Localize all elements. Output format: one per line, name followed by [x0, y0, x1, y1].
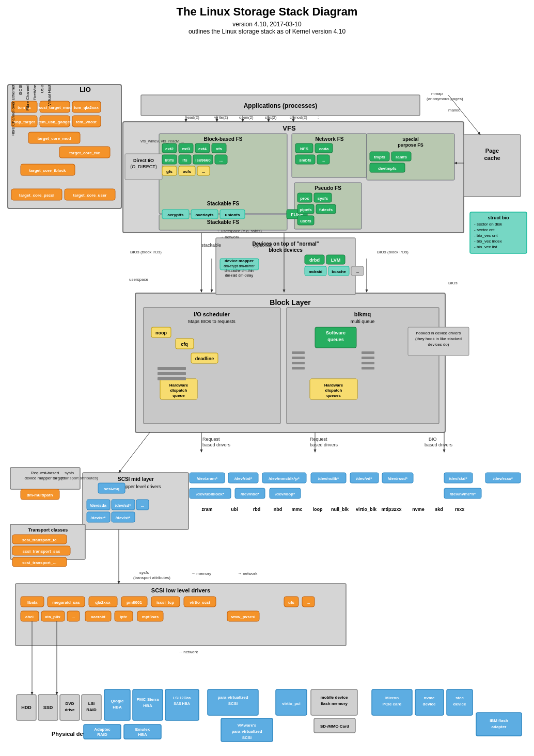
svg-text:ext2: ext2 — [165, 147, 174, 151]
svg-text:LSI 12Gbs: LSI 12Gbs — [173, 696, 191, 700]
svg-text:...: ... — [356, 269, 359, 274]
svg-text:rbd: rbd — [253, 507, 261, 512]
svg-text:/dev/rbd*: /dev/rbd* — [234, 476, 253, 481]
svg-text:unionfs: unionfs — [225, 213, 240, 217]
svg-text:deadline: deadline — [195, 356, 214, 361]
svg-text:iscsi_target_mod: iscsi_target_mod — [38, 105, 72, 110]
svg-text:null_blk: null_blk — [331, 507, 349, 512]
svg-text:DVD: DVD — [66, 701, 74, 706]
svg-text:Qlogic: Qlogic — [111, 699, 124, 703]
page-title: The Linux Storage Stack Diagram — [5, 5, 529, 19]
svg-text:/dev/nbd*: /dev/nbd* — [241, 492, 260, 496]
svg-text:ext4: ext4 — [198, 147, 207, 151]
svg-rect-168 — [362, 351, 374, 354]
svg-text:SAS HBA: SAS HBA — [174, 702, 190, 705]
svg-text:- sector cnt: - sector cnt — [474, 228, 495, 232]
svg-text:dispatch: dispatch — [325, 388, 342, 393]
svg-text:(anonymous pages): (anonymous pages) — [427, 96, 463, 101]
svg-text:qla2xxx: qla2xxx — [95, 600, 111, 605]
svg-text:megaraid_sas: megaraid_sas — [52, 600, 80, 605]
svg-text:ext3: ext3 — [182, 147, 191, 151]
svg-text:LVM: LVM — [331, 258, 340, 263]
svg-text:Request: Request — [202, 437, 220, 442]
svg-text:BIOs (block I/Os): BIOs (block I/Os) — [377, 250, 409, 254]
svg-text:Virtual Host: Virtual Host — [47, 84, 52, 106]
svg-text:sbp_target: sbp_target — [14, 120, 35, 124]
svg-text:xfs: xfs — [216, 147, 222, 151]
svg-text:(transport attributes): (transport attributes) — [133, 575, 170, 580]
svg-text:bcache: bcache — [332, 269, 346, 274]
svg-text:BIO: BIO — [429, 437, 437, 442]
svg-text:struct bio: struct bio — [488, 215, 509, 220]
svg-text:- bio_vec cnt: - bio_vec cnt — [474, 233, 498, 238]
svg-text:/dev/sd*: /dev/sd* — [115, 503, 132, 508]
svg-text:mobile device: mobile device — [321, 695, 348, 700]
svg-text:purpose FS: purpose FS — [398, 142, 423, 148]
svg-text:drive: drive — [65, 707, 75, 712]
svg-text:BIOs: BIOs — [448, 281, 458, 285]
svg-text:dm-crypt  dm-mirror: dm-crypt dm-mirror — [224, 264, 255, 268]
svg-text:iscsi_tcp: iscsi_tcp — [156, 600, 174, 605]
svg-text:stec: stec — [456, 696, 464, 700]
svg-text:mmc: mmc — [291, 507, 302, 512]
svg-text:/dev/nulib*: /dev/nulib* — [318, 476, 339, 481]
svg-text:gfs: gfs — [166, 169, 173, 174]
svg-text:based drivers: based drivers — [425, 442, 453, 447]
svg-text:queues: queues — [327, 337, 344, 342]
svg-text:SCSI: SCSI — [242, 735, 252, 740]
svg-text:FireWire: FireWire — [33, 84, 37, 100]
svg-text:HDD: HDD — [21, 705, 32, 710]
svg-text:(transport attributes): (transport attributes) — [61, 476, 98, 480]
svg-text:SCSI mid layer: SCSI mid layer — [118, 476, 154, 482]
svg-text:HBA: HBA — [143, 703, 152, 708]
svg-text:virtio_scsi: virtio_scsi — [190, 600, 210, 605]
svg-text::: : — [318, 115, 319, 120]
svg-text:ata_piix: ata_piix — [45, 615, 60, 619]
svg-text:futexfs: futexfs — [319, 207, 333, 212]
svg-text:Request: Request — [310, 437, 327, 442]
svg-rect-161 — [158, 367, 186, 370]
svg-text:scsi_transport_sas: scsi_transport_sas — [23, 549, 60, 554]
svg-text:Fibre Channel over Ethernet: Fibre Channel over Ethernet — [11, 84, 15, 136]
svg-text:/dev/st*: /dev/st* — [116, 516, 131, 520]
svg-text:Fibre Channel: Fibre Channel — [25, 85, 30, 110]
svg-text:open(2): open(2) — [239, 115, 254, 120]
svg-text:queue: queue — [172, 393, 185, 398]
svg-text:rsxx: rsxx — [455, 507, 465, 512]
svg-text:nvme: nvme — [424, 696, 435, 700]
svg-text:virtio_blk: virtio_blk — [356, 507, 377, 512]
svg-text:pm8001: pm8001 — [127, 600, 142, 605]
svg-text:- sector on disk: - sector on disk — [474, 222, 502, 227]
svg-rect-170 — [362, 362, 374, 364]
svg-text:Block Layer: Block Layer — [270, 298, 311, 307]
subtitle: version 4.10, 2017-03-10 outlines the Li… — [5, 21, 529, 35]
svg-text:tmpfs: tmpfs — [374, 155, 385, 159]
svg-text:skd: skd — [435, 507, 443, 512]
svg-text:Micron: Micron — [385, 696, 399, 700]
svg-text:SCSI: SCSI — [228, 701, 238, 706]
svg-text:dispatch: dispatch — [170, 388, 187, 393]
svg-text:cache: cache — [484, 155, 500, 161]
svg-rect-162 — [158, 372, 186, 375]
svg-text:device: device — [423, 702, 436, 706]
svg-text:device mapper: device mapper — [225, 259, 254, 263]
svg-text:USB: USB — [40, 85, 44, 93]
svg-text:HBA: HBA — [113, 705, 122, 710]
svg-text:Block-based FS: Block-based FS — [203, 136, 242, 142]
svg-text:scsi-mq: scsi-mq — [104, 487, 119, 491]
svg-text:/dev/nvme*n*: /dev/nvme*n* — [450, 492, 476, 496]
svg-text:- bio_vec list: - bio_vec list — [474, 245, 497, 249]
svg-text:tcm_qla2xxx: tcm_qla2xxx — [74, 105, 99, 110]
svg-text:vfs_writev, vfs_readv, ...: vfs_writev, vfs_readv, ... — [140, 139, 184, 143]
svg-text:target_core_mod: target_core_mod — [38, 136, 71, 141]
svg-text:dm-multipath: dm-multipath — [27, 493, 53, 497]
svg-text:ifs: ifs — [182, 158, 187, 163]
svg-text:Hardware: Hardware — [324, 383, 343, 388]
svg-text:Applications (processes): Applications (processes) — [244, 102, 318, 109]
svg-text:zram: zram — [201, 507, 212, 512]
svg-text:→ userspace (e.g. sshfs): → userspace (e.g. sshfs) — [216, 229, 262, 233]
svg-text:drbd: drbd — [309, 258, 320, 263]
svg-text:SCSI low level drivers: SCSI low level drivers — [151, 587, 210, 593]
svg-text:libata: libata — [27, 600, 38, 605]
svg-text:mmap: mmap — [431, 91, 443, 96]
